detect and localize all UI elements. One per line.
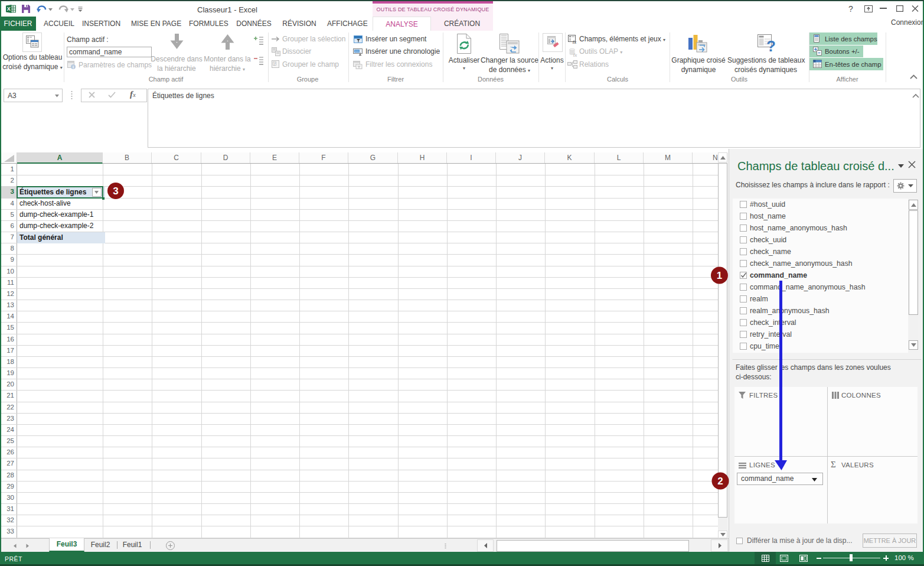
svg-text:1: 1 xyxy=(717,270,722,281)
svg-text:3: 3 xyxy=(113,186,118,197)
svg-text:2: 2 xyxy=(717,476,723,487)
